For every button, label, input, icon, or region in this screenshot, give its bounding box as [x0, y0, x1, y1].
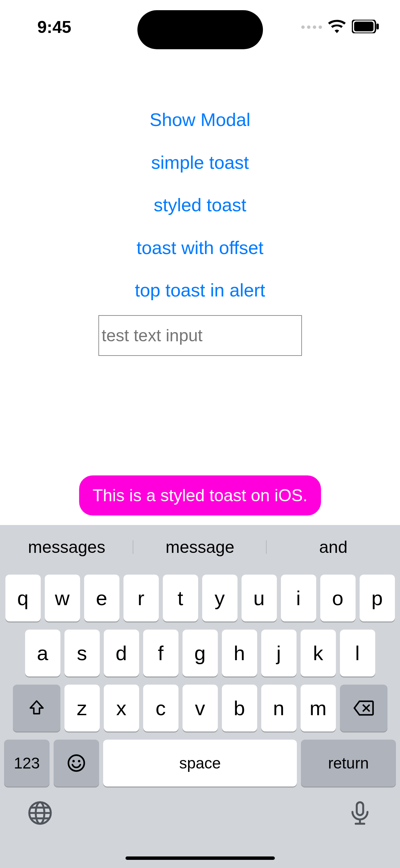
status-bar: 9:45 — [0, 0, 400, 54]
key-d[interactable]: d — [104, 630, 139, 676]
key-p[interactable]: p — [360, 575, 395, 621]
test-text-input[interactable] — [98, 315, 302, 356]
mic-icon[interactable] — [347, 800, 373, 827]
styled-toast-button[interactable]: styled toast — [154, 184, 246, 227]
battery-icon — [352, 20, 380, 35]
key-i[interactable]: i — [281, 575, 316, 621]
suggestion-3[interactable]: and — [267, 537, 400, 557]
key-row-2: a s d f g h j k l — [3, 630, 397, 676]
key-s[interactable]: s — [64, 630, 100, 676]
key-h[interactable]: h — [222, 630, 257, 676]
numeric-key[interactable]: 123 — [4, 740, 50, 786]
key-row-4: 123 space return — [3, 740, 397, 786]
key-row-3: z x c v b n m — [3, 685, 397, 731]
svg-rect-1 — [354, 22, 374, 32]
key-q[interactable]: q — [5, 575, 41, 621]
globe-icon[interactable] — [27, 800, 53, 827]
top-toast-button[interactable]: top toast in alert — [135, 269, 265, 312]
key-v[interactable]: v — [183, 685, 218, 731]
key-b[interactable]: b — [222, 685, 257, 731]
svg-point-3 — [69, 755, 84, 771]
key-c[interactable]: c — [143, 685, 178, 731]
status-time: 9:45 — [37, 17, 71, 37]
key-t[interactable]: t — [163, 575, 198, 621]
space-key[interactable]: space — [103, 740, 297, 786]
key-k[interactable]: k — [301, 630, 336, 676]
key-n[interactable]: n — [261, 685, 297, 731]
svg-rect-2 — [376, 23, 379, 29]
dynamic-island — [137, 10, 263, 49]
toast-message: This is a styled toast on iOS. — [79, 475, 321, 516]
backspace-key[interactable] — [340, 685, 387, 731]
suggestion-1[interactable]: messages — [0, 537, 133, 557]
keyboard: messages message and q w e r t y u i o p… — [0, 525, 400, 868]
key-a[interactable]: a — [25, 630, 60, 676]
show-modal-button[interactable]: Show Modal — [150, 98, 250, 141]
status-indicators — [301, 20, 380, 35]
svg-rect-9 — [357, 802, 363, 815]
simple-toast-button[interactable]: simple toast — [151, 141, 249, 184]
wifi-icon — [328, 20, 346, 35]
shift-key[interactable] — [13, 685, 60, 731]
svg-point-4 — [72, 760, 75, 762]
key-z[interactable]: z — [64, 685, 100, 731]
return-key[interactable]: return — [301, 740, 396, 786]
emoji-key[interactable] — [54, 740, 99, 786]
key-j[interactable]: j — [261, 630, 297, 676]
key-r[interactable]: r — [123, 575, 159, 621]
toast-offset-button[interactable]: toast with offset — [136, 227, 263, 269]
svg-point-5 — [78, 760, 80, 762]
key-y[interactable]: y — [202, 575, 237, 621]
key-l[interactable]: l — [340, 630, 375, 676]
main-content: Show Modal simple toast styled toast toa… — [0, 98, 400, 356]
key-row-1: q w e r t y u i o p — [3, 575, 397, 621]
home-indicator[interactable] — [126, 856, 275, 860]
key-g[interactable]: g — [183, 630, 218, 676]
key-e[interactable]: e — [84, 575, 119, 621]
key-w[interactable]: w — [45, 575, 80, 621]
key-m[interactable]: m — [301, 685, 336, 731]
suggestion-2[interactable]: message — [133, 537, 267, 557]
key-x[interactable]: x — [104, 685, 139, 731]
key-f[interactable]: f — [143, 630, 178, 676]
key-o[interactable]: o — [320, 575, 356, 621]
cellular-icon — [301, 25, 322, 29]
key-u[interactable]: u — [242, 575, 277, 621]
keyboard-footer — [0, 786, 400, 868]
suggestion-bar: messages message and — [0, 525, 400, 569]
